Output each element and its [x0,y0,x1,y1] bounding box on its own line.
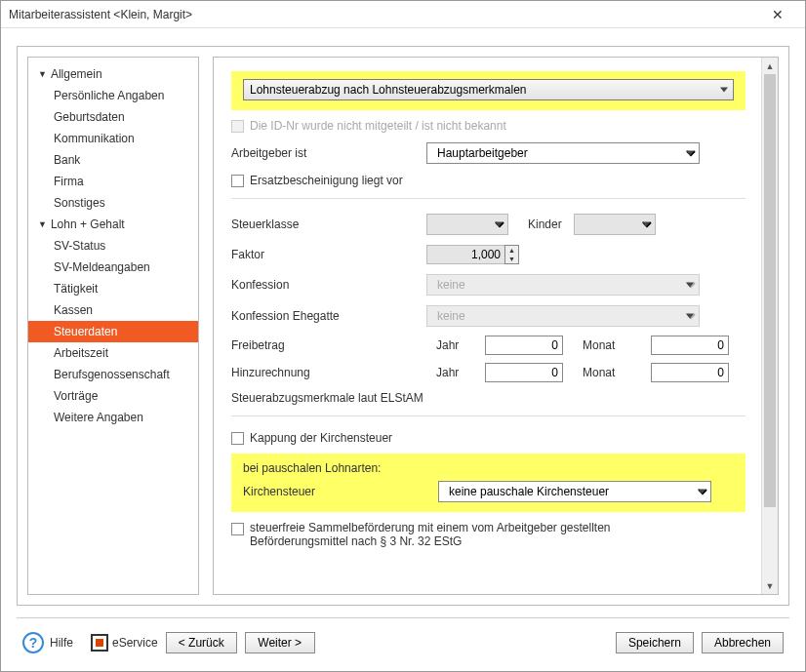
sidebar-item-kassen[interactable]: Kassen [28,299,198,321]
checkbox-ersatz[interactable]: Ersatzbescheinigung liegt vor [231,174,403,187]
row-kirchensteuer: Kirchensteuer keine pauschale Kirchenste… [243,481,734,502]
sidebar-item-sonstiges[interactable]: Sonstiges [28,192,198,214]
help-link[interactable]: ? Hilfe [22,632,73,653]
checkbox-box[interactable] [231,523,244,535]
checkbox-box [231,120,244,133]
label-kirchensteuer: Kirchensteuer [243,485,438,498]
cancel-button[interactable]: Abbrechen [702,632,784,653]
sidebar-item-geburtsdaten[interactable]: Geburtsdaten [28,106,198,128]
label-konfession: Konfession [231,278,426,292]
sidebar-item-arbeitszeit[interactable]: Arbeitszeit [28,342,198,364]
sidebar-group-allgemein[interactable]: ▼ Allgemein [28,63,198,85]
main-area: ▼ Allgemein Persönliche Angaben Geburtsd… [17,46,789,606]
sidebar-item-firma[interactable]: Firma [28,171,198,192]
lohnsteuer-mode-select[interactable]: Lohnsteuerabzug nach Lohnsteuerabzugsmer… [243,79,734,100]
label-jahr: Jahr [436,338,475,352]
scroll-track[interactable] [762,74,778,577]
kinder-dropdown[interactable] [574,214,656,235]
label-pausch-header: bei pauschalen Lohnarten: [243,461,734,481]
label-jahr: Jahr [436,366,475,379]
row-ersatz: Ersatzbescheinigung liegt vor [231,169,746,192]
row-arbeitgeber: Arbeitgeber ist Hauptarbeitgeber [231,138,746,169]
label-faktor: Faktor [231,248,426,261]
sidebar: ▼ Allgemein Persönliche Angaben Geburtsd… [27,57,199,595]
footer-left: ? Hilfe eService [22,632,158,653]
scrollbar[interactable]: ▲ ▼ [761,58,778,594]
footer: ? Hilfe eService < Zurück Weiter > Speic… [17,617,789,659]
sidebar-item-taetigkeit[interactable]: Tätigkeit [28,278,198,299]
row-sammel: steuerfreie Sammelbeförderung mit einem … [231,516,746,553]
kinder-select[interactable] [574,214,656,235]
checkbox-box[interactable] [231,175,244,187]
konfession-eg-dropdown: keine [426,305,700,327]
checkbox-box[interactable] [231,432,244,445]
arbeitgeber-select[interactable]: Hauptarbeitgeber [426,142,700,164]
sidebar-item-kommunikation[interactable]: Kommunikation [28,128,198,149]
chevron-down-icon: ▼ [38,69,47,79]
sidebar-item-bg[interactable]: Berufsgenossenschaft [28,364,198,385]
lohnsteuer-mode-dropdown[interactable]: Lohnsteuerabzug nach Lohnsteuerabzugsmer… [243,79,734,100]
eservice-icon [91,634,108,652]
konfession-dropdown: keine [426,274,700,296]
row-elstam: Steuerabzugsmerkmale laut ELStAM [231,386,746,410]
hinzurechnung-monat-input[interactable] [651,363,729,382]
back-button[interactable]: < Zurück [166,632,237,653]
content-wrap: Lohnsteuerabzug nach Lohnsteuerabzugsmer… [213,57,779,595]
label-monat: Monat [583,366,641,379]
freibetrag-jahr-input[interactable] [485,336,563,355]
label-konfession-eg: Konfession Ehegatte [231,309,426,323]
body: ▼ Allgemein Persönliche Angaben Geburtsd… [1,28,805,671]
konfession-select: keine [426,274,700,296]
close-icon[interactable]: ✕ [758,7,797,22]
sidebar-item-weitere[interactable]: Weitere Angaben [28,407,198,428]
titlebar: Mitarbeiterassistent <Klein, Margit> ✕ [1,1,805,28]
hinzurechnung-jahr-input[interactable] [485,363,563,382]
content: Lohnsteuerabzug nach Lohnsteuerabzugsmer… [214,58,761,594]
sidebar-item-svstatus[interactable]: SV-Status [28,235,198,257]
arbeitgeber-dropdown[interactable]: Hauptarbeitgeber [426,142,700,164]
label-kinder: Kinder [528,217,562,231]
faktor-input[interactable] [426,245,504,264]
window: Mitarbeiterassistent <Klein, Margit> ✕ ▼… [0,0,806,672]
row-konfession-eg: Konfession Ehegatte keine [231,300,746,332]
highlight-kirchensteuer: bei pauschalen Lohnarten: Kirchensteuer … [231,454,746,512]
kirchensteuer-dropdown[interactable]: keine pauschale Kirchensteuer [438,481,711,502]
row-kappung: Kappung der Kirchensteuer [231,426,746,450]
row-id-unknown: Die ID-Nr wurde nicht mitgeteilt / ist n… [231,114,746,138]
separator [231,415,746,416]
kirchensteuer-select[interactable]: keine pauschale Kirchensteuer [438,481,711,502]
sidebar-item-steuerdaten[interactable]: Steuerdaten [28,321,198,342]
label-monat: Monat [583,338,641,352]
label-hinzurechnung: Hinzurechnung [231,366,426,379]
scroll-down-icon[interactable]: ▼ [762,577,778,594]
row-konfession: Konfession keine [231,269,746,300]
steuerklasse-select[interactable] [426,214,508,235]
row-faktor: Faktor ▲▼ [231,240,746,269]
next-button[interactable]: Weiter > [245,632,315,653]
row-steuerklasse: Steuerklasse Kinder [231,209,746,240]
scroll-thumb[interactable] [764,74,776,507]
checkbox-sammel[interactable]: steuerfreie Sammelbeförderung mit einem … [231,521,679,548]
steuerklasse-dropdown[interactable] [426,214,508,235]
row-freibetrag: Freibetrag Jahr Monat [231,332,746,359]
sidebar-item-persoenliche[interactable]: Persönliche Angaben [28,85,198,106]
spinner-buttons[interactable]: ▲▼ [504,245,519,264]
save-button[interactable]: Speichern [616,632,694,653]
label-arbeitgeber: Arbeitgeber ist [231,146,426,160]
row-hinzurechnung: Hinzurechnung Jahr Monat [231,359,746,386]
sidebar-group-lohn[interactable]: ▼ Lohn + Gehalt [28,214,198,235]
eservice-link[interactable]: eService [91,634,158,652]
separator [231,198,746,199]
sidebar-item-svmelde[interactable]: SV-Meldeangaben [28,257,198,278]
help-icon: ? [22,632,44,653]
scroll-up-icon[interactable]: ▲ [762,58,778,74]
sidebar-item-bank[interactable]: Bank [28,149,198,171]
checkbox-kappung[interactable]: Kappung der Kirchensteuer [231,431,392,445]
freibetrag-monat-input[interactable] [651,336,729,355]
highlight-lohnsteuer: Lohnsteuerabzug nach Lohnsteuerabzugsmer… [231,71,746,110]
faktor-spinner[interactable]: ▲▼ [426,245,519,264]
konfession-eg-select: keine [426,305,700,327]
sidebar-item-vortraege[interactable]: Vorträge [28,385,198,407]
window-title: Mitarbeiterassistent <Klein, Margit> [9,8,758,21]
label-freibetrag: Freibetrag [231,338,426,352]
